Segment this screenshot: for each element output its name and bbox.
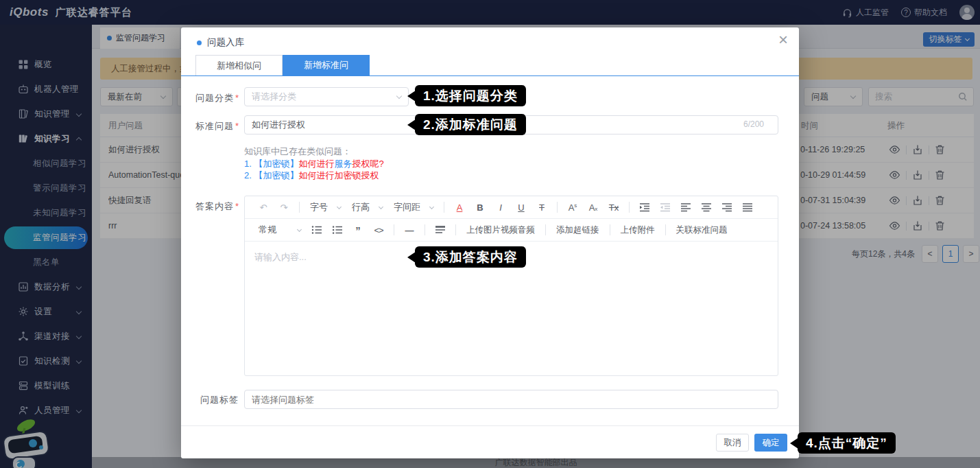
question-tags-label: 问题标签 — [193, 394, 239, 406]
similar-question-link[interactable]: 2. 【加密锁】如何进行加密锁授权 — [244, 169, 384, 182]
clear-format-button[interactable]: Tx — [607, 202, 621, 213]
horizontal-rule-icon[interactable]: — — [403, 225, 416, 235]
align-right-icon[interactable] — [720, 202, 734, 212]
upload-media-button[interactable]: 上传图片视频音频 — [466, 224, 535, 236]
italic-button[interactable]: I — [494, 202, 507, 213]
align-center-icon[interactable] — [700, 202, 713, 212]
callout-step4: 4.点击“确定” — [798, 432, 896, 454]
char-counter: 6/200 — [743, 119, 764, 129]
align-justify-icon[interactable] — [741, 202, 754, 212]
line-height-select[interactable]: 行高 — [352, 201, 383, 213]
similar-question-link[interactable]: 1. 【加密锁】如何进行服务授权呢? — [244, 158, 384, 170]
letter-spacing-select[interactable]: 字间距 — [394, 201, 433, 213]
quote-icon[interactable]: ” — [351, 224, 365, 236]
editor-placeholder: 请输入内容... — [254, 252, 307, 262]
ordered-list-icon[interactable] — [331, 225, 344, 235]
add-hyperlink-button[interactable]: 添加超链接 — [556, 224, 599, 236]
code-icon[interactable]: <> — [372, 225, 385, 235]
modal-title: 问题入库 — [197, 36, 244, 49]
tab-underline — [181, 75, 799, 76]
title-dot-icon — [197, 40, 202, 45]
font-color-button[interactable]: A — [453, 202, 466, 213]
callout-step1: 1.选择问题分类 — [415, 85, 526, 106]
callout-step2: 2.添加标准问题 — [415, 114, 526, 135]
category-select[interactable]: 请选择分类 — [244, 87, 409, 106]
answer-content-label: 答案内容* — [193, 200, 239, 213]
confirm-button[interactable]: 确定 — [754, 434, 787, 452]
subscript-button[interactable]: Ax — [586, 202, 600, 213]
upload-attachment-button[interactable]: 上传附件 — [621, 224, 655, 236]
modal-footer-divider — [181, 425, 799, 426]
tab-add-standard-question[interactable]: 新增标准问 — [283, 55, 370, 75]
app: iQbots 广联达睿答平台 人工监管 ? 帮助文档 概览 机器人管理 知识管理 — [0, 0, 980, 468]
paragraph-format-select[interactable]: 常规 — [259, 224, 301, 236]
close-icon[interactable]: × — [778, 32, 788, 48]
cancel-button[interactable]: 取消 — [716, 434, 749, 452]
redo-icon[interactable]: ↷ — [277, 202, 291, 213]
undo-icon[interactable]: ↶ — [256, 202, 270, 213]
paragraph-style-icon[interactable] — [433, 226, 447, 234]
chevron-down-icon — [396, 93, 402, 98]
modal-tabs: 新增相似问 新增标准问 — [195, 55, 370, 75]
editor-toolbar-row1: ↶ ↷ 字号 行高 字间距 A B I U T As Ax Tx — [245, 196, 778, 219]
indent-decrease-icon[interactable] — [658, 202, 672, 212]
similar-questions-hint: 知识库中已存在类似问题： 1. 【加密锁】如何进行服务授权呢? 2. 【加密锁】… — [244, 145, 384, 182]
tab-add-similar-question[interactable]: 新增相似问 — [195, 55, 283, 75]
similar-hint-title: 知识库中已存在类似问题： — [244, 145, 384, 158]
link-standard-question-button[interactable]: 关联标准问题 — [676, 224, 728, 236]
callout-step3: 3.添加答案内容 — [415, 246, 526, 268]
category-label: 问题分类* — [193, 92, 239, 104]
align-left-icon[interactable] — [679, 202, 693, 212]
bullet-list-icon[interactable] — [310, 225, 324, 235]
superscript-button[interactable]: As — [566, 202, 579, 213]
standard-question-label: 标准问题* — [193, 120, 239, 132]
rich-text-editor: ↶ ↷ 字号 行高 字间距 A B I U T As Ax Tx — [244, 196, 778, 376]
font-size-select[interactable]: 字号 — [310, 201, 341, 213]
bold-button[interactable]: B — [473, 202, 487, 213]
strikethrough-button[interactable]: T — [535, 202, 549, 213]
indent-increase-icon[interactable] — [638, 202, 652, 212]
editor-toolbar-row2: 常规 ” <> — 上传图片视频音频 添加超链接 上传附件 关联标准问题 — [245, 219, 778, 242]
underline-button[interactable]: U — [514, 202, 528, 213]
question-tags-input[interactable] — [244, 390, 778, 409]
